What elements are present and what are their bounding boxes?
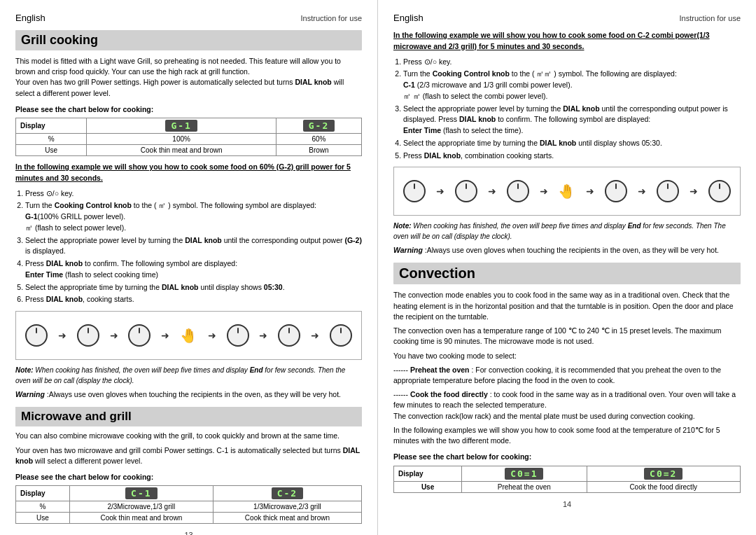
grill-chart-label: Please see the chart below for cooking:	[15, 104, 362, 115]
grill-chart: Display G-1 G-2 % 100% 60% Use Cook thin…	[15, 118, 362, 156]
arrow-4: ➜	[208, 330, 216, 341]
arrow-3: ➜	[161, 330, 169, 341]
combi-diagram: ➜ ➜ ➜ 🤚 ➜ ➜ ➜	[393, 167, 741, 216]
combi-dial-2	[455, 180, 477, 202]
grill-step-1: Press ⊙/○ key.	[25, 188, 362, 200]
grill-note: Note: When cooking has finished, the ove…	[15, 366, 362, 386]
combi-arrow-2: ➜	[488, 186, 496, 197]
convection-title: Convection	[393, 263, 741, 284]
combi-step-3: Select the appropriate power level by tu…	[403, 104, 741, 137]
combi-step-2: Turn the Cooking Control knob to the ( ㎡…	[403, 69, 741, 102]
combi-steps: Press ⊙/○ key. Turn the Cooking Control …	[403, 57, 741, 162]
combi-arrow-5: ➜	[638, 186, 646, 197]
right-lang: English	[393, 13, 424, 23]
mw-row-use-label: Use	[16, 513, 70, 524]
right-page-number: 14	[393, 500, 741, 508]
mw-row-percent-1: 2/3Microwave,1/3 grill	[69, 501, 213, 513]
grill-step-5: Select the appropriate time by turning t…	[25, 282, 362, 293]
conv-row-use-1: Preheat the oven	[462, 481, 587, 492]
grill-step-6: Press DIAL knob, cooking starts.	[25, 294, 362, 305]
grill-step-4: Press DIAL knob to confirm. The followin…	[25, 258, 362, 281]
conv-row-use-2: Cook the food directly	[587, 481, 740, 492]
convection-chart: Display C0=1 C0=2 Use Preheat the oven C…	[393, 466, 741, 493]
combi-hand-icon: 🤚	[558, 183, 575, 200]
conv-display-1: C0=1	[462, 466, 587, 481]
left-lang: English	[15, 13, 46, 23]
arrow-1: ➜	[58, 330, 66, 341]
combi-arrow-4: ➜	[586, 186, 594, 197]
combi-dial-3	[507, 180, 529, 202]
combi-step-1: Press ⊙/○ key.	[403, 57, 741, 68]
combi-step-4: Select the appropriate time by turning t…	[403, 138, 741, 149]
dial-6	[330, 324, 352, 347]
dial-1	[25, 324, 48, 347]
convection-cook: ------ Cook the food directly : to cook …	[393, 389, 741, 422]
arrow-6: ➜	[311, 330, 319, 341]
hand-icon: 🤚	[180, 327, 197, 344]
grill-intro: This model is fitted with a Light wave G…	[15, 56, 362, 99]
convection-example-intro: In the following examples we will show y…	[393, 425, 741, 446]
arrow-5: ➜	[259, 330, 267, 341]
left-page: English Instruction for use Grill cookin…	[0, 0, 378, 535]
microwave-intro-1: You can also combine microwave cooking w…	[15, 431, 362, 441]
mw-display-2: C-2	[213, 486, 361, 501]
dial-3	[128, 324, 150, 347]
right-instruction: Instruction for use	[680, 14, 741, 22]
left-header: English Instruction for use	[15, 13, 362, 23]
mw-chart-header-display: Display	[16, 486, 70, 501]
combi-dial-4	[605, 180, 627, 202]
convection-preheat: ------ Preheat the oven : For convection…	[393, 365, 741, 386]
combi-warning: Warning :Always use oven gloves when tou…	[393, 245, 741, 256]
grill-row-use-label: Use	[16, 145, 87, 156]
dial-5	[278, 324, 300, 347]
grill-step-3: Select the appropriate power level by tu…	[25, 235, 362, 258]
convection-intro-1: The convection mode enables you to cook …	[393, 290, 741, 322]
left-instruction: Instruction for use	[301, 14, 362, 22]
microwave-title: Microwave and grill	[15, 407, 362, 426]
mw-row-use-1: Cook thin meat and brown	[69, 513, 213, 524]
grill-diagram: ➜ ➜ ➜ 🤚 ➜ ➜ ➜	[15, 311, 362, 360]
convection-intro-3: You have two cooking mode to select:	[393, 351, 741, 361]
grill-chart-header-display: Display	[16, 118, 87, 134]
right-header: English Instruction for use	[393, 13, 741, 23]
grill-example-bold: In the following example we will show yo…	[15, 162, 362, 184]
dial-2	[77, 324, 99, 347]
grill-row-percent-label: %	[16, 134, 87, 145]
combi-arrow-6: ➜	[690, 186, 698, 197]
mw-row-use-2: Cook thick meat and brown	[213, 513, 361, 524]
grill-row-use-2: Brown	[276, 145, 361, 156]
microwave-chart: Display C-1 C-2 % 2/3Microwave,1/3 grill…	[15, 485, 362, 524]
microwave-chart-label: Please see the chart below for cooking:	[15, 472, 362, 482]
combi-arrow-3: ➜	[540, 186, 548, 197]
right-page: English Instruction for use In the follo…	[378, 0, 756, 535]
combi-dial-6	[708, 180, 731, 202]
conv-row-use-label: Use	[394, 481, 462, 492]
grill-step-2: Turn the Cooking Control knob to the ( ㎡…	[25, 200, 362, 233]
grill-display-1: G-1	[87, 118, 276, 134]
combi-arrow-1: ➜	[436, 186, 444, 197]
combi-dial-5	[657, 180, 679, 202]
grill-row-percent-1: 100%	[87, 134, 276, 145]
grill-display-2: G-2	[276, 118, 361, 134]
dial-4	[227, 324, 249, 347]
grill-warning: Warning :Always use oven gloves when tou…	[15, 389, 362, 400]
conv-display-2: C0=2	[587, 466, 740, 481]
arrow-2: ➜	[110, 330, 118, 341]
mw-display-1: C-1	[69, 486, 213, 501]
conv-chart-header-display: Display	[394, 466, 462, 481]
combi-step-5: Press DIAL knob, combination cooking sta…	[403, 151, 741, 162]
mw-row-percent-2: 1/3Microwave,2/3 grill	[213, 501, 361, 513]
combi-example-bold: In the following example we will show yo…	[393, 30, 741, 53]
grill-row-use-1: Cook thin meat and brown	[87, 145, 276, 156]
grill-row-percent-2: 60%	[276, 134, 361, 145]
grill-steps: Press ⊙/○ key. Turn the Cooking Control …	[25, 188, 362, 306]
combi-dial-1	[403, 180, 426, 202]
grill-title: Grill cooking	[15, 30, 362, 50]
combi-note: Note: When cooking has finished, the ove…	[393, 221, 741, 242]
convection-chart-label: Please see the chart below for cooking:	[393, 452, 741, 462]
left-page-number: 13	[15, 531, 362, 535]
microwave-intro-2: Your oven has two microwave and grill co…	[15, 445, 362, 466]
convection-intro-2: The convection oven has a temperature ra…	[393, 326, 741, 347]
mw-row-percent-label: %	[16, 501, 70, 513]
